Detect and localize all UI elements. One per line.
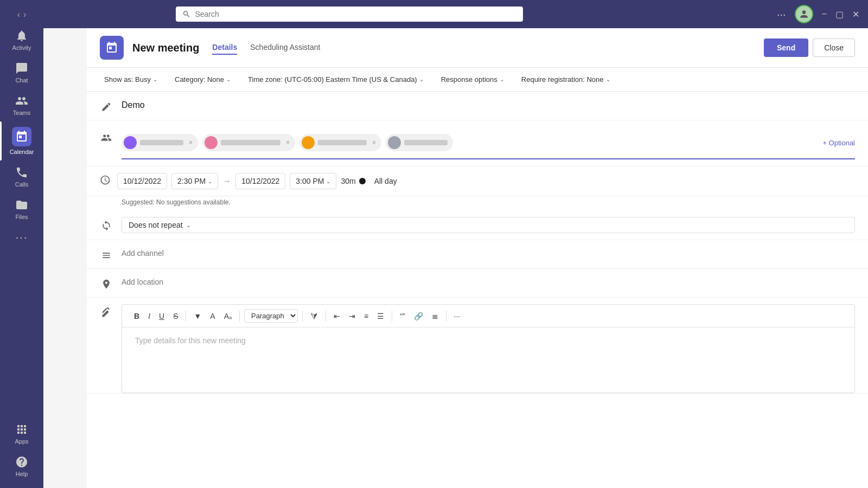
meeting-actions: Send Close — [764, 38, 855, 57]
numbered-list-button[interactable]: ☰ — [374, 310, 387, 323]
channel-field — [122, 247, 855, 260]
sidebar-item-apps[interactable]: Apps — [0, 418, 43, 450]
sidebar-item-label: Activity — [12, 44, 31, 51]
sidebar-item-label: Teams — [13, 110, 30, 116]
start-date-input[interactable]: 10/12/2022 — [117, 173, 167, 189]
toolbar-separator — [446, 311, 446, 322]
chevron-down-icon: ⌄ — [419, 76, 424, 82]
strikethrough-button[interactable]: S — [170, 310, 181, 323]
sidebar-item-teams[interactable]: Teams — [0, 89, 43, 121]
editor-area[interactable]: Type details for this new meeting — [122, 328, 854, 393]
suggestions-text: Suggested: No suggestions available. — [87, 196, 868, 210]
font-color-button[interactable]: A — [207, 310, 218, 323]
editor-icon — [100, 306, 113, 319]
search-box[interactable] — [176, 7, 523, 22]
sidebar-item-help[interactable]: Help — [0, 450, 43, 483]
increase-indent-button[interactable]: ⇥ — [346, 310, 359, 323]
close-window-button[interactable]: ✕ — [852, 9, 859, 20]
remove-attendee-icon[interactable]: × — [286, 139, 290, 146]
location-input[interactable] — [122, 275, 855, 288]
remove-attendee-icon[interactable]: × — [189, 139, 193, 146]
chevron-down-icon: ⌄ — [153, 76, 157, 82]
highlight-button[interactable]: ▼ — [190, 310, 205, 323]
editor-placeholder: Type details for this new meeting — [135, 336, 246, 345]
attendees-field: × × × + Opt — [122, 127, 855, 159]
optional-link[interactable]: + Optional — [822, 139, 855, 147]
tab-scheduling[interactable]: Scheduling Assistant — [250, 41, 320, 55]
link-button[interactable]: 🔗 — [411, 310, 426, 323]
end-date-input[interactable]: 10/12/2022 — [235, 173, 285, 189]
toolbar-separator — [239, 311, 240, 322]
pencil-icon — [100, 100, 113, 113]
attendee-chip: × — [299, 134, 381, 151]
repeat-dropdown[interactable]: Does not repeat ⌄ — [122, 217, 855, 233]
calendar-icon — [15, 130, 28, 143]
topbar-more-button[interactable]: ··· — [777, 8, 786, 21]
more-format-button[interactable]: ··· — [451, 310, 464, 323]
clock-icon-space — [100, 175, 113, 188]
bell-icon — [15, 29, 28, 42]
sidebar-item-label: Files — [15, 214, 28, 220]
repeat-field: Does not repeat ⌄ — [122, 217, 855, 233]
nav-back-icon[interactable]: ‹ — [17, 10, 20, 20]
sidebar: ‹ › Activity Chat Teams Calendar Calls F… — [0, 0, 43, 488]
toolbar-separator — [302, 311, 303, 322]
sidebar-item-chat[interactable]: Chat — [0, 56, 43, 89]
attendee-avatar — [124, 136, 137, 149]
search-area — [176, 7, 523, 22]
location-icon — [100, 278, 113, 291]
chevron-down-icon: ⌄ — [208, 178, 212, 184]
minimize-button[interactable]: − — [822, 9, 827, 19]
timezone-dropdown[interactable]: Time zone: (UTC-05:00) Eastern Time (US … — [244, 73, 428, 86]
channel-row — [87, 240, 868, 269]
response-options-dropdown[interactable]: Response options ⌄ — [437, 73, 508, 86]
attendee-avatar — [388, 136, 401, 149]
bullet-list-button[interactable]: ≡ — [361, 310, 372, 323]
maximize-button[interactable]: ▢ — [835, 9, 844, 20]
quote-button[interactable]: “” — [397, 310, 408, 323]
dot-indicator — [359, 178, 366, 184]
files-icon — [15, 198, 28, 211]
italic-button[interactable]: I — [145, 310, 154, 323]
chevron-down-icon: ⌄ — [606, 76, 610, 82]
channel-input[interactable] — [122, 247, 855, 260]
main-content: New meeting Details Scheduling Assistant… — [87, 28, 868, 488]
editor-content: B I U S ▼ A Aₐ Paragraph Heading 1 Headi… — [122, 304, 855, 393]
sidebar-item-files[interactable]: Files — [0, 193, 43, 226]
start-time-input[interactable]: 2:30 PM ⌄ — [171, 173, 218, 189]
show-as-dropdown[interactable]: Show as: Busy ⌄ — [100, 73, 162, 86]
format-button[interactable]: ⮛ — [307, 310, 321, 323]
sidebar-item-activity[interactable]: Activity — [0, 24, 43, 56]
category-dropdown[interactable]: Category: None ⌄ — [170, 73, 235, 86]
attendee-chip: × — [122, 134, 198, 151]
end-time-input[interactable]: 3:00 PM ⌄ — [290, 173, 336, 189]
toolbar-separator — [392, 311, 392, 322]
datetime-row: 10/12/2022 2:30 PM ⌄ → 10/12/2022 3:00 P… — [87, 166, 868, 196]
nav-forward-icon[interactable]: › — [23, 10, 26, 20]
registration-dropdown[interactable]: Require registration: None ⌄ — [517, 73, 615, 86]
calls-icon — [15, 166, 28, 179]
paragraph-select[interactable]: Paragraph Heading 1 Heading 2 Heading 3 — [244, 309, 298, 323]
sidebar-item-calendar[interactable]: Calendar — [0, 121, 43, 160]
duration-badge: 30m — [341, 177, 365, 185]
sidebar-item-more[interactable]: ··· — [0, 226, 43, 249]
search-input[interactable] — [195, 10, 516, 18]
show-as-label: Show as: Busy — [104, 75, 151, 84]
font-size-button[interactable]: Aₐ — [221, 310, 235, 323]
meeting-title-input[interactable] — [122, 98, 855, 112]
remove-attendee-icon[interactable]: × — [372, 139, 376, 146]
sidebar-item-calls[interactable]: Calls — [0, 160, 43, 193]
underline-button[interactable]: U — [156, 310, 168, 323]
sidebar-item-label: Calls — [15, 181, 28, 188]
user-avatar[interactable] — [795, 5, 813, 23]
decrease-indent-button[interactable]: ⇤ — [330, 310, 343, 323]
close-button[interactable]: Close — [813, 38, 855, 57]
repeat-row: Does not repeat ⌄ — [87, 210, 868, 240]
attendees-area[interactable]: × × × + Opt — [122, 127, 855, 159]
duration-label: 30m — [341, 177, 355, 185]
align-button[interactable]: ≣ — [429, 310, 442, 323]
send-button[interactable]: Send — [764, 38, 808, 57]
chevron-down-icon: ⌄ — [186, 222, 191, 229]
bold-button[interactable]: B — [131, 310, 143, 323]
tab-details[interactable]: Details — [212, 41, 237, 55]
